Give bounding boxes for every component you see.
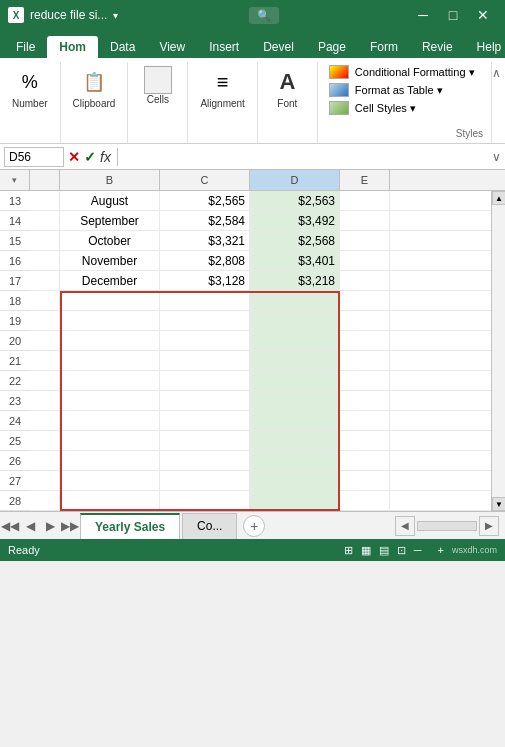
h-scroll-left-button[interactable]: ◀ (395, 516, 415, 536)
cell-d21[interactable] (250, 351, 340, 370)
h-scroll-track[interactable] (417, 521, 477, 531)
sheet-tab-co[interactable]: Co... (182, 513, 237, 539)
cell-d22[interactable] (250, 371, 340, 390)
sheet-nav-next-button[interactable]: ▶ (40, 516, 60, 536)
cell-e16[interactable] (340, 251, 390, 270)
ribbon-collapse-icon[interactable]: ∧ (492, 62, 505, 143)
cell-e19[interactable] (340, 311, 390, 330)
cell-d15[interactable]: $2,568 (250, 231, 340, 250)
cell-e13[interactable] (340, 191, 390, 210)
cell-c14[interactable]: $2,584 (160, 211, 250, 230)
cell-c28[interactable] (160, 491, 250, 510)
cell-a27[interactable] (30, 471, 60, 490)
cell-styles-button[interactable]: Cell Styles ▾ (326, 100, 483, 116)
cell-e15[interactable] (340, 231, 390, 250)
col-header-b[interactable]: B (60, 170, 160, 190)
formula-cross-icon[interactable]: ✕ (68, 149, 80, 165)
formula-input[interactable] (124, 150, 488, 164)
cell-b14[interactable]: September (60, 211, 160, 230)
col-header-d[interactable]: D (250, 170, 340, 190)
cell-d14[interactable]: $3,492 (250, 211, 340, 230)
cell-e14[interactable] (340, 211, 390, 230)
status-layout-icon[interactable]: ▦ (361, 544, 371, 557)
sheet-nav-prev-button[interactable]: ◀ (20, 516, 40, 536)
tab-devel[interactable]: Devel (251, 36, 306, 58)
cell-c24[interactable] (160, 411, 250, 430)
tab-insert[interactable]: Insert (197, 36, 251, 58)
cell-a25[interactable] (30, 431, 60, 450)
cell-c23[interactable] (160, 391, 250, 410)
cell-c22[interactable] (160, 371, 250, 390)
cell-b23[interactable] (60, 391, 160, 410)
cell-e28[interactable] (340, 491, 390, 510)
cell-d19[interactable] (250, 311, 340, 330)
status-chart-icon[interactable]: ▤ (379, 544, 389, 557)
cell-a26[interactable] (30, 451, 60, 470)
cell-a20[interactable] (30, 331, 60, 350)
cell-d18[interactable] (250, 291, 340, 310)
cell-b15[interactable]: October (60, 231, 160, 250)
col-header-a[interactable] (30, 170, 60, 190)
tab-help[interactable]: Help (465, 36, 505, 58)
cell-c20[interactable] (160, 331, 250, 350)
title-search[interactable]: 🔍 (249, 7, 279, 24)
tab-form[interactable]: Form (358, 36, 410, 58)
cell-b21[interactable] (60, 351, 160, 370)
clipboard-button[interactable]: 📋 Clipboard (69, 64, 120, 111)
scroll-down-button[interactable]: ▼ (492, 497, 505, 511)
cell-b24[interactable] (60, 411, 160, 430)
cell-e17[interactable] (340, 271, 390, 290)
col-header-c[interactable]: C (160, 170, 250, 190)
cell-a13[interactable] (30, 191, 60, 210)
maximize-button[interactable]: □ (439, 4, 467, 26)
cell-e21[interactable] (340, 351, 390, 370)
tab-file[interactable]: File (4, 36, 47, 58)
col-header-e[interactable]: E (340, 170, 390, 190)
cell-b18[interactable] (60, 291, 160, 310)
formula-check-icon[interactable]: ✓ (84, 149, 96, 165)
cell-reference-box[interactable]: D56 (4, 147, 64, 167)
zoom-in-icon[interactable]: + (438, 544, 444, 556)
format-as-table-button[interactable]: Format as Table ▾ (326, 82, 483, 98)
cell-c13[interactable]: $2,565 (160, 191, 250, 210)
cell-d24[interactable] (250, 411, 340, 430)
formula-expand-icon[interactable]: ∨ (492, 150, 501, 164)
cell-a18[interactable] (30, 291, 60, 310)
cell-e22[interactable] (340, 371, 390, 390)
cell-b13[interactable]: August (60, 191, 160, 210)
add-sheet-button[interactable]: + (243, 515, 265, 537)
cells-button[interactable]: Cells (138, 64, 178, 107)
cell-e25[interactable] (340, 431, 390, 450)
cell-d23[interactable] (250, 391, 340, 410)
cell-c16[interactable]: $2,808 (160, 251, 250, 270)
cell-d13[interactable]: $2,563 (250, 191, 340, 210)
vertical-scrollbar[interactable]: ▲ ▼ (491, 191, 505, 511)
cell-b16[interactable]: November (60, 251, 160, 270)
cell-b22[interactable] (60, 371, 160, 390)
scroll-up-button[interactable]: ▲ (492, 191, 505, 205)
formula-fx-icon[interactable]: fx (100, 149, 111, 165)
cell-e18[interactable] (340, 291, 390, 310)
close-button[interactable]: ✕ (469, 4, 497, 26)
cell-d16[interactable]: $3,401 (250, 251, 340, 270)
cell-d26[interactable] (250, 451, 340, 470)
cell-b17[interactable]: December (60, 271, 160, 290)
conditional-formatting-button[interactable]: Conditional Formatting ▾ (326, 64, 483, 80)
tab-home[interactable]: Hom (47, 36, 98, 58)
cell-b26[interactable] (60, 451, 160, 470)
cell-a22[interactable] (30, 371, 60, 390)
cell-d27[interactable] (250, 471, 340, 490)
cell-c25[interactable] (160, 431, 250, 450)
cell-a28[interactable] (30, 491, 60, 510)
cell-d28[interactable] (250, 491, 340, 510)
cell-b25[interactable] (60, 431, 160, 450)
sheet-tab-yearly-sales[interactable]: Yearly Sales (80, 513, 180, 539)
dropdown-icon[interactable]: ▾ (113, 10, 118, 21)
cell-a15[interactable] (30, 231, 60, 250)
cell-e23[interactable] (340, 391, 390, 410)
cell-e27[interactable] (340, 471, 390, 490)
cell-e26[interactable] (340, 451, 390, 470)
cell-d20[interactable] (250, 331, 340, 350)
cell-a21[interactable] (30, 351, 60, 370)
sheet-nav-first-button[interactable]: ◀◀ (0, 516, 20, 536)
